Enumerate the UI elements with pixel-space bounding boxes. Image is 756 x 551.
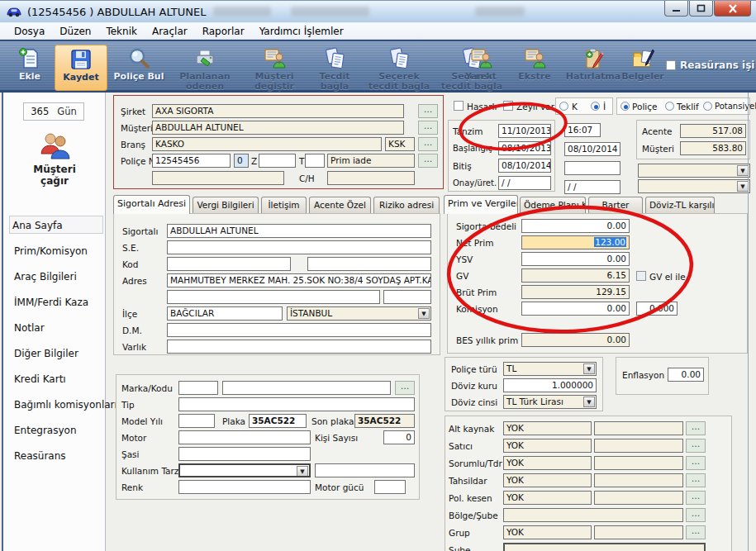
tab-acente-ozel[interactable]: Acente Özel — [309, 197, 371, 213]
komisyon-oran-field[interactable]: 0.000 — [636, 302, 678, 316]
sorumlu-lookup-button[interactable]: ... — [686, 456, 706, 470]
tab-doviz-tl[interactable]: Döviz-TL karşılığ — [645, 197, 715, 213]
tab-odeme-plani[interactable]: Ödeme Planı Kı — [520, 197, 586, 213]
tab-iletisim[interactable]: İletişim — [261, 197, 307, 213]
i-radio[interactable] — [591, 102, 600, 111]
minimize-button[interactable] — [664, 1, 688, 17]
add-button[interactable]: Ekle — [8, 45, 51, 91]
kod-field-1[interactable] — [167, 257, 291, 271]
chevron-down-icon[interactable] — [418, 308, 430, 319]
sirket-lookup-button[interactable]: ... — [418, 104, 438, 118]
ilce-field[interactable]: BAĞCILAR — [167, 306, 283, 321]
motor-field[interactable] — [178, 430, 311, 444]
model-yili-field[interactable] — [178, 414, 215, 428]
tab-riziko-adresi[interactable]: Riziko adresi — [373, 197, 440, 213]
tahsildar-field-2[interactable] — [594, 473, 683, 487]
doviz-cinsi-dropdown[interactable]: TL Türk Lirası — [503, 395, 597, 409]
z-field[interactable] — [259, 154, 296, 168]
sidebar-item-notlar[interactable]: Notlar — [12, 319, 104, 337]
sidebar-item-prim-komisyon[interactable]: Prim/Komisyon — [12, 242, 104, 260]
zeyil-no-field[interactable]: 0 — [234, 154, 249, 168]
sigorta-bedeli-field[interactable]: 0.00 — [521, 219, 630, 233]
tanzim-field[interactable]: 11/10/2013 — [498, 124, 551, 138]
sube-dropdown[interactable] — [503, 543, 706, 551]
tab-prim-ve-vergiler[interactable]: Prim ve Vergiler — [444, 195, 518, 214]
sidebar-item-entegrasyon[interactable]: Entegrasyon — [12, 421, 104, 439]
extra-dropdown-2[interactable] — [638, 179, 750, 193]
sidebar-item-bagimli-komisyonlari[interactable]: Bağımlı komisyonları — [12, 396, 104, 414]
t-field[interactable] — [305, 154, 325, 168]
satici-field-2[interactable] — [594, 439, 683, 453]
adres-field-2[interactable] — [167, 290, 380, 304]
il-dropdown[interactable]: İSTANBUL — [287, 306, 431, 321]
yansit-button[interactable]: Yansıt — [456, 45, 506, 91]
menu-duzen[interactable]: Düzen — [52, 24, 98, 39]
sidebar-item-kredi-karti[interactable]: Kredi Kartı — [12, 370, 104, 388]
varlik-field[interactable] — [167, 340, 431, 354]
tip-field[interactable] — [178, 397, 415, 411]
hasarli-checkbox[interactable] — [454, 101, 464, 111]
k-radio[interactable] — [559, 102, 568, 111]
dm-field[interactable] — [167, 323, 431, 337]
teklif-radio[interactable] — [665, 102, 674, 111]
prim-iade-field[interactable]: Prim iade — [327, 154, 415, 168]
police-lookup-button[interactable]: ... — [418, 154, 438, 168]
planned-paid-button[interactable]: Planlanan ödenen — [170, 45, 240, 91]
police-extra-field[interactable] — [152, 171, 284, 185]
sidebar-item-imm-ferdi-kaza[interactable]: İMM/Ferdi Kaza — [12, 293, 104, 311]
sasi-field[interactable] — [178, 447, 311, 461]
tab-sigortali-adresi[interactable]: Sigortalı Adresi — [113, 195, 190, 214]
maximize-button[interactable] — [689, 1, 713, 17]
police-turu-dropdown[interactable]: TL — [503, 362, 597, 376]
reminder-button[interactable]: Hatırlatma — [562, 45, 625, 91]
adres-field-3[interactable] — [383, 290, 431, 304]
ysv-field[interactable]: 0.00 — [521, 252, 630, 266]
menu-yardimci-islemler[interactable]: Yardımcı İşlemler — [252, 24, 351, 39]
se-field[interactable] — [167, 240, 431, 254]
sorumlu-field[interactable]: YOK — [503, 456, 592, 470]
ch-field[interactable] — [327, 171, 415, 185]
adres-field[interactable]: MAHMUTBEY MERKEZ MAH. 25.SOK NO:38/4 SOY… — [167, 273, 431, 287]
find-policy-button[interactable]: Poliçe Bul — [111, 45, 167, 91]
alt-kaynak-field[interactable]: YOK — [503, 421, 592, 435]
chevron-down-icon[interactable] — [737, 165, 749, 176]
days-field[interactable]: 365 Gün — [23, 102, 84, 121]
plaka-field[interactable]: 35AC522 — [249, 414, 307, 428]
renk-field[interactable] — [178, 480, 311, 494]
kod-field-2[interactable] — [307, 257, 431, 271]
sigortali-field[interactable]: ABDULLAH ALTUNEL — [167, 224, 431, 238]
ekstre-button[interactable]: Ekstre — [511, 45, 559, 91]
grup-field-2[interactable] — [594, 525, 683, 539]
komisyon-field[interactable]: 0.00 — [521, 302, 630, 316]
net-prim-field[interactable]: 123.00 — [521, 235, 630, 249]
kullanim-tarzi-field-2[interactable] — [315, 463, 415, 477]
bolge-sube-field[interactable] — [503, 508, 683, 522]
menu-araclar[interactable]: Araçlar — [145, 24, 195, 39]
motor-gucu-field[interactable] — [374, 480, 406, 494]
brans-kod-field[interactable]: KSK — [385, 137, 415, 151]
tab-vergi-bilgileri[interactable]: Vergi Bilgileri — [193, 197, 259, 213]
baslangic-field[interactable]: 08/10/2013 — [498, 141, 551, 155]
bitis-field[interactable]: 08/10/2014 — [498, 159, 551, 173]
extra-date-field[interactable] — [564, 161, 620, 175]
musteri-field[interactable]: ABDULLAH ALTUNEL — [152, 121, 404, 135]
musteri-lookup-button[interactable]: ... — [418, 121, 438, 135]
change-customer-button[interactable]: Müşteri değiştir — [243, 45, 306, 91]
menu-teknik[interactable]: Teknik — [98, 24, 145, 39]
enflasyon-field[interactable]: 0.00 — [668, 368, 704, 382]
sorumlu-field-2[interactable] — [594, 456, 683, 470]
marka-lookup-button[interactable]: ... — [395, 381, 415, 395]
brans-lookup-button[interactable]: ... — [418, 137, 438, 151]
doviz-kuru-field[interactable]: 1.000000 — [503, 378, 597, 392]
pol-kesen-field-2[interactable] — [594, 491, 683, 505]
tab-barter[interactable]: Barter — [588, 197, 643, 213]
sirket-field[interactable]: AXA SIGORTA — [152, 104, 404, 118]
chevron-down-icon[interactable] — [297, 466, 308, 477]
select-renewal-link-button[interactable]: Seçerek tecdit bağla — [364, 45, 435, 91]
call-customer-button[interactable]: Müşteri çağır — [13, 132, 96, 187]
marka-kod-field[interactable] — [178, 381, 218, 395]
close-button[interactable] — [714, 1, 751, 17]
tahsildar-field[interactable]: YOK — [503, 473, 592, 487]
kisi-sayisi-field[interactable]: 0 — [383, 430, 415, 444]
zeyil-var-checkbox[interactable] — [503, 101, 513, 111]
